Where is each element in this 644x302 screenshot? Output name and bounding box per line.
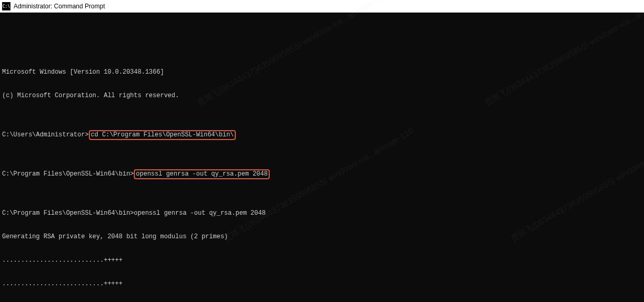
- output-line: (c) Microsoft Corporation. All rights re…: [2, 92, 642, 100]
- output-line: C:\Program Files\OpenSSL-Win64\bin>opens…: [2, 210, 642, 217]
- output-line: Microsoft Windows [Version 10.0.20348.13…: [2, 68, 642, 76]
- watermark: 贾旭飞(0634443736359595855) windows-ios...a…: [221, 126, 416, 244]
- highlighted-command: cd C:\Program Files\OpenSSL-Win64\bin\: [89, 130, 236, 140]
- output-line: ...........................+++++: [2, 280, 642, 288]
- command-line: C:\Program Files\OpenSSL-Win64\bin>opens…: [2, 170, 642, 178]
- watermark: 贾旭飞(0634443736359595855) windows-ios...a…: [509, 126, 644, 244]
- cmd-icon: C:\: [2, 2, 10, 10]
- window-title: Administrator: Command Prompt: [14, 3, 105, 10]
- terminal-area[interactable]: 贾旭飞(0634443736359595855) windows-ios...a…: [0, 13, 644, 302]
- output-line: Generating RSA private key, 2048 bit lon…: [2, 233, 642, 241]
- command-line: C:\Users\Administrator>cd C:\Program Fil…: [2, 131, 642, 139]
- highlighted-command: openssl genrsa -out qy_rsa.pem 2048: [134, 169, 270, 179]
- output-line: ...........................+++++: [2, 257, 642, 264]
- window-titlebar: C:\ Administrator: Command Prompt: [0, 0, 644, 13]
